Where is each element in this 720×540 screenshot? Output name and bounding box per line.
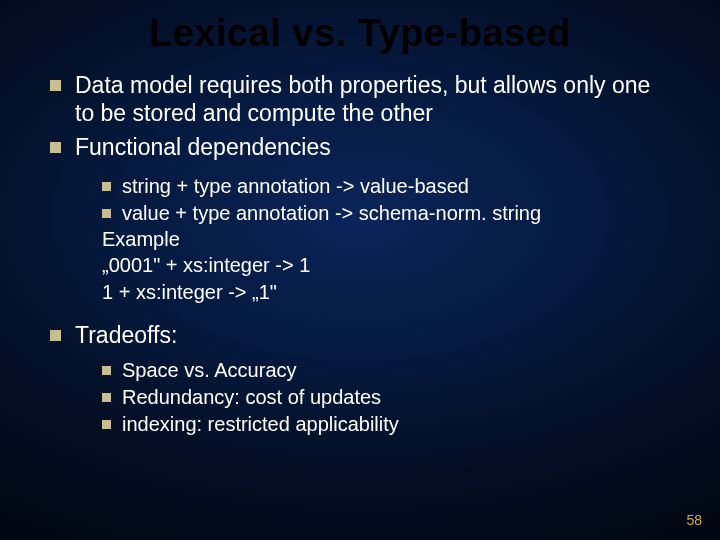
sub-block: Space vs. Accuracy Redundancy: cost of u… <box>102 357 670 438</box>
slide: Lexical vs. Type-based Data model requir… <box>0 0 720 540</box>
bullet-level2: Redundancy: cost of updates <box>102 384 670 411</box>
square-bullet-icon <box>102 393 111 402</box>
bullet-text: value + type annotation -> schema-norm. … <box>122 200 670 226</box>
square-bullet-icon <box>50 142 61 153</box>
bullet-level2: Space vs. Accuracy <box>102 357 670 384</box>
square-bullet-icon <box>102 182 111 191</box>
page-number: 58 <box>686 512 702 528</box>
bullet-level1: Functional dependencies <box>50 133 670 161</box>
sub-block: string + type annotation -> value-based … <box>102 173 670 305</box>
square-bullet-icon <box>50 80 61 91</box>
bullet-level2: value + type annotation -> schema-norm. … <box>102 200 670 226</box>
bullet-level2: indexing: restricted applicability <box>102 411 670 438</box>
bullet-level2: string + type annotation -> value-based <box>102 173 670 199</box>
example-line: „0001" + xs:integer -> 1 <box>102 252 670 278</box>
square-bullet-icon <box>50 330 61 341</box>
example-line: 1 + xs:integer -> „1" <box>102 279 670 305</box>
square-bullet-icon <box>102 420 111 429</box>
bullet-text: Tradeoffs: <box>75 321 670 349</box>
bullet-text: Redundancy: cost of updates <box>122 384 670 411</box>
square-bullet-icon <box>102 209 111 218</box>
bullet-text: Data model requires both properties, but… <box>75 71 670 127</box>
bullet-text: string + type annotation -> value-based <box>122 173 670 199</box>
bullet-text: indexing: restricted applicability <box>122 411 670 438</box>
example-heading: Example <box>102 226 670 252</box>
bullet-text: Space vs. Accuracy <box>122 357 670 384</box>
bullet-level1: Data model requires both properties, but… <box>50 71 670 127</box>
bullet-text: Functional dependencies <box>75 133 670 161</box>
square-bullet-icon <box>102 366 111 375</box>
bullet-level1: Tradeoffs: <box>50 321 670 349</box>
slide-title: Lexical vs. Type-based <box>50 12 670 55</box>
